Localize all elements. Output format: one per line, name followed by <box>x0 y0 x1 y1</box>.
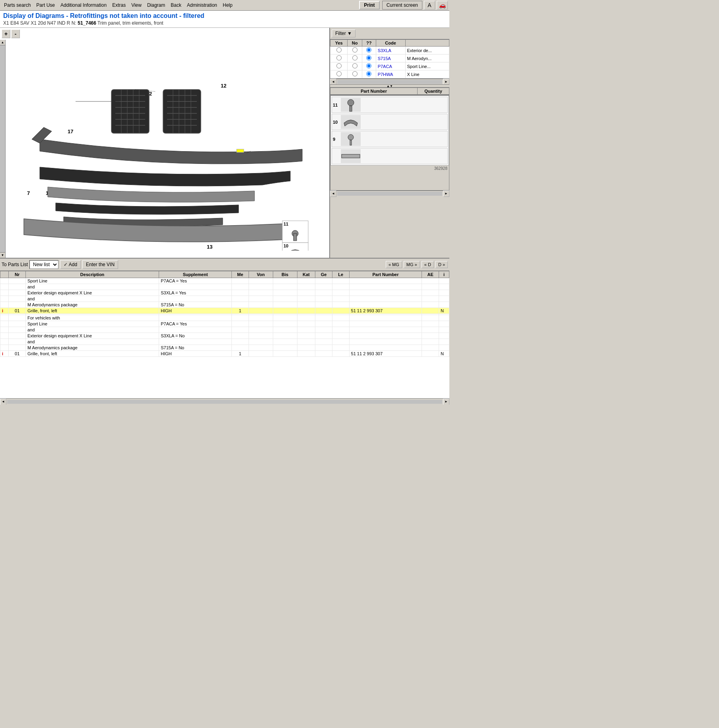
part-bis <box>273 278 297 284</box>
right-scroll-left[interactable]: ◄ <box>330 191 336 197</box>
thumbnail-10[interactable]: 10 <box>332 114 448 130</box>
menu-administration[interactable]: Administration <box>185 2 220 9</box>
table-row[interactable]: Exterior design equipment X Line S3XLA =… <box>0 333 449 339</box>
thumb-num-11: 11 <box>333 103 341 107</box>
part-nr <box>9 290 26 296</box>
menu-diagram[interactable]: Diagram <box>145 2 167 9</box>
bottom-scroll-left[interactable]: ◄ <box>0 399 6 405</box>
zoom-out-button[interactable]: - <box>11 29 20 38</box>
menu-back[interactable]: Back <box>168 2 184 9</box>
bottom-scrollbar[interactable]: ◄ ► <box>0 398 449 405</box>
thumbnail-9[interactable]: 9 <box>332 131 448 147</box>
zoom-in-button[interactable]: + <box>2 29 10 38</box>
table-row[interactable]: Sport Line P7ACA = Yes <box>0 278 449 284</box>
filter-quest[interactable] <box>362 62 376 70</box>
filter-yes[interactable] <box>330 70 348 78</box>
filter-yes[interactable] <box>330 55 348 62</box>
icon-button-1[interactable]: A <box>424 1 435 10</box>
diagram-panel: + - 12 4 2 17 3 16 6 7 14 5 13 15 8 11 1… <box>0 28 330 258</box>
svg-text:11: 11 <box>284 222 288 226</box>
menu-view[interactable]: View <box>129 2 144 9</box>
filter-no[interactable] <box>348 47 362 55</box>
filter-no[interactable] <box>348 70 362 78</box>
table-row[interactable]: i 01 Grille, front, left HIGH 1 51 11 2 … <box>0 351 449 357</box>
filter-no[interactable] <box>348 55 362 62</box>
table-row[interactable]: and <box>0 296 449 302</box>
parts-list-container[interactable]: Nr Description Supplement Me Von Bis Kat… <box>0 271 449 398</box>
part-bis <box>273 315 297 321</box>
part-nr <box>9 315 26 321</box>
filter-quest[interactable] <box>362 55 376 62</box>
thumbnail-11[interactable]: 11 <box>332 97 448 113</box>
col-kat: Kat <box>297 271 315 278</box>
part-supplement <box>159 339 232 345</box>
panel-resize-handle[interactable]: ▲▼ <box>330 84 449 88</box>
filter-button[interactable]: Filter ▼ <box>332 29 356 37</box>
part-desc: and <box>25 327 159 333</box>
enter-vin-button[interactable]: Enter the VIN <box>82 260 118 269</box>
part-me <box>232 302 249 308</box>
part-supplement <box>159 284 232 290</box>
icon-button-2[interactable]: 🚗 <box>437 1 448 10</box>
filter-yes[interactable] <box>330 62 348 70</box>
svg-rect-17 <box>111 90 149 133</box>
col-bis: Bis <box>273 271 297 278</box>
nav-mg-next[interactable]: MG » <box>404 261 420 268</box>
table-row[interactable]: M Aerodynamics package S715A = No <box>0 302 449 308</box>
filter-code: S3XLA <box>376 47 405 55</box>
table-row[interactable]: Exterior design equipment X Line S3XLA =… <box>0 290 449 296</box>
part-von <box>249 333 273 339</box>
menu-part-use[interactable]: Part Use <box>34 2 57 9</box>
table-row[interactable]: Sport Line P7ACA = Yes <box>0 321 449 327</box>
diagram-image[interactable]: 12 4 2 17 3 16 6 7 14 5 13 15 8 11 10 9 <box>0 28 314 251</box>
col-quantity: Quantity <box>418 88 449 95</box>
part-desc: Grille, front, left <box>25 308 159 314</box>
filter-quest[interactable] <box>362 70 376 78</box>
part-le <box>332 308 349 314</box>
part-nr <box>9 321 26 327</box>
filter-no[interactable] <box>348 62 362 70</box>
part-i: N <box>439 351 449 357</box>
filter-scroll-track[interactable] <box>337 80 442 84</box>
parts-table: Nr Description Supplement Me Von Bis Kat… <box>0 271 449 357</box>
menu-parts-search[interactable]: Parts search <box>2 2 33 9</box>
thumb-img-10 <box>341 115 361 129</box>
filter-hscroll[interactable]: ◄ ► <box>330 79 449 84</box>
part-number <box>349 296 422 302</box>
add-button[interactable]: ✓ Add <box>60 260 81 269</box>
part-number <box>349 345 422 351</box>
menu-additional-info[interactable]: Additional Information <box>58 2 109 9</box>
nav-d-next[interactable]: D » <box>435 261 448 268</box>
part-number <box>349 321 422 327</box>
right-scroll-track[interactable] <box>337 192 442 196</box>
menu-help[interactable]: Help <box>220 2 235 9</box>
nav-mg-prev[interactable]: « MG <box>386 261 402 268</box>
bottom-scroll-right[interactable]: ► <box>443 399 449 405</box>
print-button[interactable]: Print <box>359 1 379 10</box>
part-kat <box>297 333 315 339</box>
table-row[interactable]: and <box>0 339 449 345</box>
thumb-img-flat <box>341 149 361 163</box>
right-scroll-right[interactable]: ► <box>443 191 449 197</box>
filter-yes[interactable] <box>330 47 348 55</box>
current-screen-button[interactable]: Current screen <box>382 1 422 10</box>
part-supplement: S3XLA = No <box>159 333 232 339</box>
menu-extras[interactable]: Extras <box>110 2 128 9</box>
part-i: N <box>439 308 449 314</box>
svg-rect-0 <box>0 28 314 251</box>
bottom-scroll-track[interactable] <box>7 400 442 404</box>
diagram-ref: 362928 <box>330 165 449 171</box>
table-row[interactable]: and <box>0 327 449 333</box>
info-indicator <box>0 290 9 296</box>
table-row[interactable]: M Aerodynamics package S715A = No <box>0 345 449 351</box>
diagram-vscroll[interactable]: ▲ ▼ <box>0 40 6 258</box>
nav-d-prev[interactable]: « D <box>422 261 434 268</box>
filter-quest[interactable] <box>362 47 376 55</box>
new-list-select[interactable]: New list <box>29 260 58 269</box>
right-parts-scroll[interactable]: 11 10 <box>330 95 449 191</box>
table-row[interactable]: and <box>0 284 449 290</box>
thumbnail-flat[interactable] <box>332 148 448 164</box>
table-row[interactable]: For vehicles with <box>0 315 449 321</box>
table-row[interactable]: i 01 Grille, front, left HIGH 1 51 11 2 … <box>0 308 449 314</box>
right-panel-hscroll[interactable]: ◄ ► <box>330 191 449 196</box>
